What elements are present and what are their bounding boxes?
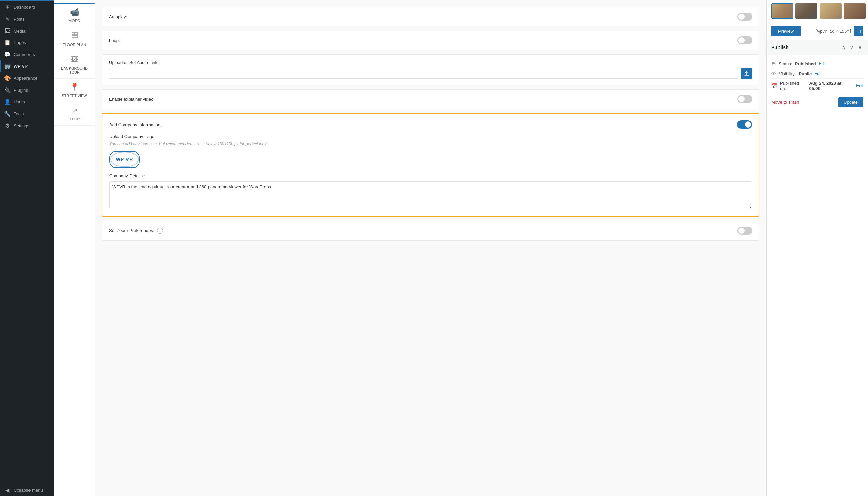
thumbnail-1[interactable] bbox=[771, 3, 793, 19]
autoplay-row: Autoplay: bbox=[102, 7, 759, 27]
zoom-toggle[interactable] bbox=[738, 227, 752, 235]
zoom-info: Set Zoom Preferences: i bbox=[109, 228, 163, 234]
sidebar-item-label: Users bbox=[14, 99, 25, 105]
audio-upload-button[interactable] bbox=[741, 68, 752, 79]
publish-body: ⚑ Status: Published Edit 👁 Visibility: P… bbox=[767, 55, 868, 113]
company-info-box: Add Company Information: Upload Company … bbox=[102, 113, 759, 217]
plugins-icon: 🔌 bbox=[4, 87, 11, 93]
company-info-toggle[interactable] bbox=[737, 121, 752, 128]
pages-icon: 📋 bbox=[4, 40, 11, 46]
icon-panel-video[interactable]: 📹 VIDEO bbox=[54, 3, 95, 27]
publish-title: Publish bbox=[771, 45, 789, 50]
visibility-icon: 👁 bbox=[771, 71, 776, 76]
icon-panel-label: FLOOR PLAN bbox=[63, 43, 86, 47]
visibility-edit-link[interactable]: Edit bbox=[815, 71, 822, 76]
status-value: Published bbox=[795, 61, 816, 66]
publish-collapse-down[interactable]: ∨ bbox=[848, 43, 855, 51]
publish-close[interactable]: ∧ bbox=[856, 43, 863, 51]
zoom-label: Set Zoom Preferences: bbox=[109, 228, 154, 233]
sidebar: ⊞ Dashboard ✎ Posts 🖼 Media 📋 Pages 💬 Co… bbox=[0, 0, 54, 496]
thumbnail-3[interactable] bbox=[820, 3, 841, 19]
upload-logo-label: Upload Company Logo: bbox=[109, 134, 752, 139]
appearance-icon: 🎨 bbox=[4, 75, 11, 81]
autoplay-toggle[interactable] bbox=[738, 13, 752, 21]
logo-preview[interactable]: WP VR bbox=[109, 151, 140, 168]
thumbnails-row bbox=[767, 0, 868, 22]
sidebar-item-users[interactable]: 👤 Users bbox=[0, 96, 54, 108]
thumbnail-2[interactable] bbox=[795, 3, 818, 19]
explainer-toggle[interactable] bbox=[738, 95, 752, 103]
explainer-video-row: Enable explainer video: bbox=[102, 89, 759, 109]
video-icon: 📹 bbox=[70, 8, 79, 17]
company-details-textarea[interactable] bbox=[109, 181, 752, 208]
audio-link-label: Upload or Set Audio Link: bbox=[109, 60, 159, 65]
zoom-info-icon[interactable]: i bbox=[157, 228, 163, 234]
loop-row: Loop: bbox=[102, 31, 759, 50]
icon-panel-label: VIDEO bbox=[68, 19, 80, 23]
sidebar-item-label: Appearance bbox=[14, 76, 37, 81]
thumbnail-4[interactable] bbox=[843, 3, 866, 19]
main-wrapper: 📹 VIDEO FLOOR PLAN 🖼 BACKGROUND TOUR bbox=[54, 0, 868, 496]
sidebar-item-label: Posts bbox=[14, 17, 25, 22]
preview-button[interactable]: Preview bbox=[771, 26, 801, 36]
status-edit-link[interactable]: Edit bbox=[819, 61, 826, 66]
shortcode-text: [wpvr id="156"] bbox=[815, 29, 852, 34]
icon-panel-label: STREET VIEW bbox=[62, 94, 87, 98]
shortcode-area: [wpvr id="156"] bbox=[815, 27, 863, 36]
sidebar-item-tools[interactable]: 🔧 Tools bbox=[0, 108, 54, 120]
add-company-label: Add Company Information: bbox=[109, 122, 162, 127]
icon-panel-label: EXPORT bbox=[67, 117, 82, 121]
sidebar-item-pages[interactable]: 📋 Pages bbox=[0, 37, 54, 48]
publish-date-row: 📅 Published on: Aug 24, 2023 at 05:06 Ed… bbox=[771, 79, 863, 93]
update-button[interactable]: Update bbox=[838, 97, 863, 107]
sidebar-collapse-menu[interactable]: ◀ Collapse menu bbox=[0, 484, 54, 496]
icon-panel-floor-plan[interactable]: FLOOR PLAN bbox=[54, 27, 95, 51]
sidebar-item-plugins[interactable]: 🔌 Plugins bbox=[0, 84, 54, 96]
svg-rect-0 bbox=[72, 32, 74, 35]
company-details-section: Company Details : bbox=[109, 173, 752, 209]
publish-visibility-row: 👁 Visibility: Public Edit bbox=[771, 69, 863, 79]
posts-icon: ✎ bbox=[4, 16, 11, 22]
explainer-video-label: Enable explainer video: bbox=[109, 97, 155, 102]
audio-link-input[interactable] bbox=[109, 69, 738, 79]
published-edit-link[interactable]: Edit bbox=[856, 83, 863, 88]
sidebar-item-wpvr[interactable]: 🥽 WP VR bbox=[0, 60, 54, 72]
icon-panel-background-tour[interactable]: 🖼 BACKGROUND TOUR bbox=[54, 51, 95, 79]
background-tour-icon: 🖼 bbox=[71, 55, 78, 64]
sidebar-item-posts[interactable]: ✎ Posts bbox=[0, 13, 54, 25]
thumb-img-1 bbox=[772, 4, 793, 18]
sidebar-item-label: Tools bbox=[14, 111, 24, 117]
loop-toggle[interactable] bbox=[738, 36, 752, 44]
copy-shortcode-button[interactable] bbox=[854, 27, 863, 36]
publish-header: Publish ∧ ∨ ∧ bbox=[767, 40, 868, 55]
settings-icon: ⚙ bbox=[4, 123, 11, 129]
zoom-slider bbox=[738, 227, 752, 235]
comments-icon: 💬 bbox=[4, 51, 11, 58]
sidebar-item-media[interactable]: 🖼 Media bbox=[0, 25, 54, 37]
preview-row: Preview [wpvr id="156"] bbox=[767, 22, 868, 40]
company-details-label: Company Details : bbox=[109, 173, 752, 179]
floor-plan-icon bbox=[71, 31, 78, 41]
move-to-trash-link[interactable]: Move to Trash bbox=[771, 100, 799, 105]
sidebar-item-settings[interactable]: ⚙ Settings bbox=[0, 120, 54, 131]
sidebar-item-label: Collapse menu bbox=[14, 487, 43, 493]
right-panel: Preview [wpvr id="156"] Publish ∧ ∨ bbox=[766, 0, 868, 496]
icon-panel-export[interactable]: ↗ EXPORT bbox=[54, 102, 95, 125]
icon-panel-street-view[interactable]: 📍 STREET VIEW bbox=[54, 79, 95, 102]
tools-icon: 🔧 bbox=[4, 111, 11, 117]
export-icon: ↗ bbox=[71, 106, 78, 115]
thumb-img-3 bbox=[820, 3, 841, 19]
publish-actions: Move to Trash Update bbox=[771, 93, 863, 109]
sidebar-item-comments[interactable]: 💬 Comments bbox=[0, 48, 54, 60]
calendar-icon: 📅 bbox=[771, 83, 777, 89]
collapse-icon: ◀ bbox=[4, 487, 11, 493]
sidebar-item-label: Pages bbox=[14, 40, 26, 45]
sidebar-item-dashboard[interactable]: ⊞ Dashboard bbox=[0, 1, 54, 13]
sidebar-item-appearance[interactable]: 🎨 Appearance bbox=[0, 72, 54, 84]
svg-rect-2 bbox=[72, 35, 77, 38]
zoom-row: Set Zoom Preferences: i bbox=[102, 221, 759, 241]
svg-rect-1 bbox=[75, 32, 77, 35]
publish-collapse-up[interactable]: ∧ bbox=[840, 43, 847, 51]
thumb-img-4 bbox=[843, 3, 866, 19]
dashboard-icon: ⊞ bbox=[4, 4, 11, 11]
